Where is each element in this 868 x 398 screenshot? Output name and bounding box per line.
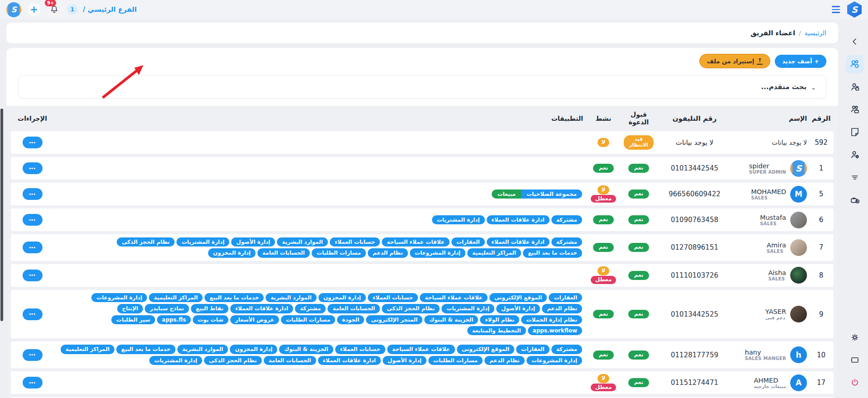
sidebar-item-filter[interactable] — [846, 168, 864, 186]
row-number: 1 — [809, 164, 834, 172]
member-name-cell: لا يوجد بيانات — [732, 139, 809, 146]
row-number: 10 — [809, 351, 834, 359]
phone-cell: لا يوجد بيانات — [657, 138, 732, 147]
row-actions-button[interactable]: ••• — [23, 188, 43, 200]
member-role: SALES — [768, 276, 785, 281]
row-actions-button[interactable]: ••• — [23, 349, 43, 361]
invite-yes-badge: نعم — [628, 243, 650, 252]
sidebar-item-notes[interactable] — [846, 123, 864, 141]
app-tag: حسابات العملاء — [330, 237, 380, 246]
app-tag: علاقات عملاء السياحة — [420, 293, 488, 302]
app-tag: خدمات ما بعد البيع — [523, 248, 582, 257]
toolbar: + أضف جديد ↑ إستيراد من ملف — [6, 53, 838, 69]
app-tag: الإنتاج — [117, 304, 143, 313]
user-gear-icon — [849, 149, 861, 161]
app-tag: مسارات الطلبات — [312, 248, 366, 257]
avatar: h — [790, 346, 807, 363]
active-yes-badge: نعم — [593, 351, 614, 360]
add-new-button[interactable]: + أضف جديد — [775, 55, 826, 68]
sidebar-item-employees[interactable] — [846, 100, 864, 118]
sidebar-item-team-members[interactable] — [846, 55, 864, 73]
sidebar-item-apps-window[interactable] — [846, 351, 864, 369]
row-actions-button[interactable]: ••• — [23, 162, 43, 174]
filter-icon — [849, 172, 860, 183]
app-tag: الحسابات العامة — [264, 356, 316, 365]
active-status-stack: لامعطل — [591, 185, 617, 203]
phone-number: 01013442525 — [671, 310, 718, 318]
header-actions: الإجراءات — [11, 115, 54, 122]
app-tag: إدارة المشروعات — [526, 356, 582, 365]
notifications-button[interactable]: +9 — [47, 2, 62, 17]
member-role: SALES — [751, 195, 768, 200]
advanced-search-toggle[interactable]: ⌄ بحث متقدم... — [18, 75, 826, 99]
table-row: 8AishaSALES01110103726نعملامعطل••• — [11, 264, 834, 287]
table-row: 1SspiderSUPER ADMIN01013442545نعمنعم••• — [11, 157, 834, 180]
app-tag: مشتركة — [551, 345, 582, 354]
invite-cell: نعم — [620, 310, 657, 319]
actions-cell: ••• — [11, 214, 54, 226]
phone-cell: 01151274471 — [657, 379, 732, 387]
branch-label[interactable]: الفرع الرئيسي / — [83, 5, 137, 14]
collapse-chevron-icon[interactable] — [846, 33, 864, 51]
member-name-cell: AishaSALES — [732, 267, 809, 284]
user-lock-icon — [849, 81, 861, 93]
active-cell: لامعطل — [587, 266, 620, 284]
row-actions-button[interactable]: ••• — [23, 377, 43, 389]
branch-count-badge: 1 — [67, 5, 77, 14]
row-actions-button[interactable]: ••• — [23, 214, 43, 226]
apps-cell: مشتركةادارة علاقات العملاءالعقاراتعلاقات… — [54, 236, 587, 260]
active-yes-badge: نعم — [593, 310, 614, 319]
window-icon — [849, 355, 860, 365]
app-tag: نظام الولاء — [480, 315, 519, 324]
member-name-block: AmiraSALES — [767, 242, 786, 254]
app-tag: الجودة — [337, 315, 364, 324]
member-name: hany — [745, 349, 761, 356]
phone-cell: 01090763458 — [657, 216, 732, 224]
app-tag: إدارة الأصول — [231, 237, 275, 246]
invite-yes-badge: نعم — [628, 164, 650, 173]
app-tag: التخطيط والمتابعة — [467, 326, 526, 335]
app-tag: علاقات عملاء السياحة — [387, 345, 455, 354]
app-logo-icon: S — [847, 1, 862, 18]
table-row: 7AmiraSALES01270896151نعمنعممشتركةادارة … — [11, 234, 834, 261]
main-card: + أضف جديد ↑ إستيراد من ملف ⌄ بحث متقدم.… — [6, 48, 838, 398]
table-header-row: الرقم الإسم رقم التليفون قبول الدعوة نشط… — [11, 106, 834, 131]
invite-cell: قيد الانتظار — [620, 135, 657, 149]
active-cell: نعم — [587, 351, 620, 360]
sidebar-item-user-settings[interactable] — [846, 146, 864, 164]
app-tag: نظام الدعم — [542, 304, 582, 313]
breadcrumb-home-link[interactable]: الرئيسية — [805, 29, 826, 37]
active-cell: نعم — [587, 164, 620, 173]
page-scrollbar[interactable] — [0, 109, 3, 321]
row-actions-button[interactable]: ••• — [23, 270, 43, 281]
row-actions-button[interactable]: ••• — [23, 308, 43, 320]
app-tag: خدمات ما بعد البيع — [204, 293, 264, 302]
import-from-file-button[interactable]: ↑ إستيراد من ملف — [699, 54, 771, 68]
phone-number: 01151274471 — [671, 379, 718, 387]
hamburger-menu-icon[interactable] — [830, 4, 842, 14]
team-table: الرقم الإسم رقم التليفون قبول الدعوة نشط… — [6, 106, 838, 398]
sidebar-item-settings[interactable] — [846, 328, 864, 346]
sidebar-item-logout[interactable] — [846, 374, 864, 392]
app-tag: علاقات عملاء السياحة — [382, 237, 450, 246]
member-role: SALES MANGER — [745, 356, 786, 361]
app-tag: شات بوت — [193, 315, 228, 324]
app-tag: مسارات الطلبات — [428, 356, 483, 365]
member-name: YASER — [765, 308, 786, 315]
quick-add-button[interactable]: + — [27, 2, 41, 17]
member-role: دعم فنى — [765, 315, 785, 320]
member-name-block: spiderSUPER ADMIN — [749, 162, 786, 175]
header-phone: رقم التليفون — [657, 114, 732, 123]
avatar — [790, 267, 807, 284]
company-avatar[interactable]: S — [6, 2, 21, 17]
sidebar-item-user-permissions[interactable] — [846, 78, 864, 96]
sidebar-item-attendance[interactable] — [846, 191, 864, 209]
disabled-badge: معطل — [591, 384, 617, 392]
permission-group-tag: مجموعة الصلاحياتمبيعات — [492, 190, 582, 199]
row-actions-button[interactable]: ••• — [23, 242, 43, 253]
invite-yes-badge: نعم — [628, 271, 650, 280]
app-tag: apps.fls — [157, 315, 191, 324]
active-cell: لا — [587, 138, 620, 147]
row-actions-button[interactable]: ••• — [23, 137, 43, 148]
app-tag: إدارة الأصول — [383, 356, 427, 365]
